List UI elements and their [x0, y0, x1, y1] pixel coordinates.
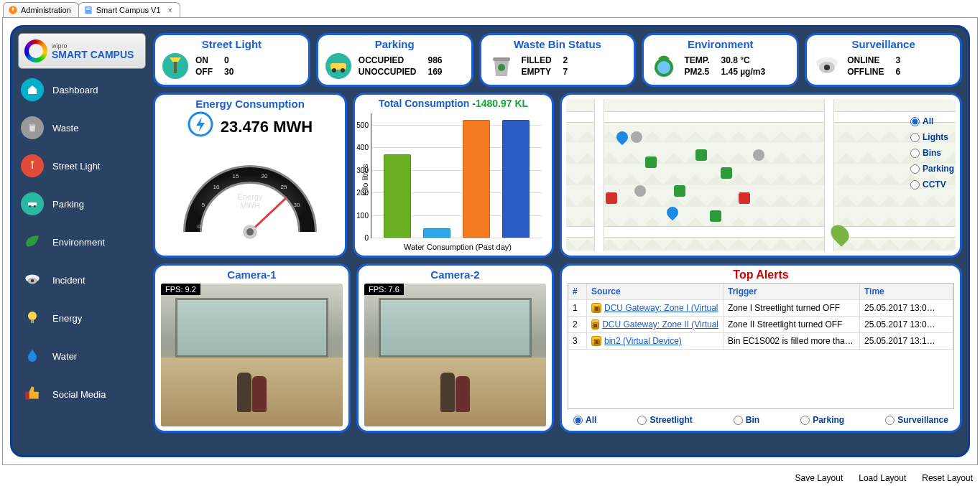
alert-filter-all[interactable]: All	[573, 415, 596, 425]
energy-bulb-icon	[188, 111, 213, 140]
map-filter-cctv[interactable]: CCTV	[910, 179, 954, 190]
sidebar-item-label: Water	[52, 351, 77, 362]
alert-source-link[interactable]: DCU Gateway: Zone I (Virtual	[604, 303, 718, 313]
table-row[interactable]: 3▣bin2 (Virtual Device)Bin EC1S002 is fi…	[568, 333, 953, 350]
brand-card: wipro SMART CAMPUS	[18, 33, 146, 69]
sidebar-item-parking[interactable]: Parking	[18, 187, 146, 221]
reset-layout-link[interactable]: Reset Layout	[922, 473, 973, 483]
svg-point-41	[246, 228, 254, 235]
tab-administration[interactable]: Administration	[3, 2, 79, 17]
table-row[interactable]: 2▣DCU Gateway: Zone II (VirtualZone II S…	[568, 317, 953, 333]
sidebar-item-dashboard[interactable]: Dashboard	[18, 73, 146, 107]
bin-icon	[21, 116, 44, 139]
main: Street Light ON0 OFF30 Parking OCCUPIED9…	[153, 33, 962, 449]
sidebar-item-water[interactable]: Water	[18, 339, 146, 373]
energy-gauge: 0510 152025 30 Energy MWH	[161, 140, 339, 251]
camera-fps: FPS: 9.2	[161, 284, 200, 295]
sidebar-item-incident[interactable]: Incident	[18, 263, 146, 297]
map-canvas[interactable]	[566, 99, 956, 251]
alert-filter-parking[interactable]: Parking	[800, 415, 844, 425]
thumbs-icon	[21, 383, 44, 406]
kpi-title: Environment	[650, 38, 791, 50]
sidebar-item-label: Street Light	[52, 161, 101, 172]
home-icon	[21, 78, 44, 101]
tab-smart-campus[interactable]: Smart Campus V1 ×	[78, 2, 180, 17]
svg-point-23	[498, 64, 505, 71]
camera-2-feed[interactable]: FPS: 7.6	[364, 284, 546, 426]
alerts-table: # Source Trigger Time 1▣DCU Gateway: Zon…	[568, 283, 954, 409]
water-title: Total Consumption -1480.97 KL	[361, 98, 546, 109]
map-card[interactable]: All Lights Bins Parking CCTV	[560, 93, 962, 258]
alert-source-link[interactable]: bin2 (Virtual Device)	[604, 336, 682, 346]
sidebar-item-street-light[interactable]: Street Light	[18, 149, 146, 183]
sidebar: wipro SMART CAMPUS Dashboard Waste Stree…	[18, 33, 146, 449]
gateway-icon: ▣	[591, 303, 601, 313]
row-middle: Energy Consumption 23.476 MWH 0510 15202…	[153, 93, 962, 258]
svg-text:Energy: Energy	[238, 192, 263, 201]
wipro-logo-icon	[24, 39, 47, 62]
water-chart: Kilo litres 0100200300400500 Water Consu…	[361, 109, 546, 251]
kpi-waste-bin: Waste Bin Status FILLED2 EMPTY7	[479, 33, 637, 87]
dashboard: wipro SMART CAMPUS Dashboard Waste Stree…	[10, 25, 970, 457]
chart-xlabel: Water Consumption (Past day)	[369, 243, 546, 251]
svg-rect-22	[493, 57, 510, 61]
tab-strip: Administration Smart Campus V1 ×	[0, 0, 980, 17]
save-layout-link[interactable]: Save Layout	[795, 473, 843, 483]
alert-filters: All Streetlight Bin Parking Surveillance	[568, 413, 954, 426]
svg-text:30: 30	[294, 202, 300, 208]
bar-Day-4	[502, 120, 530, 238]
table-header: # Source Trigger Time	[568, 284, 953, 300]
svg-point-21	[341, 68, 345, 73]
cctv-icon	[21, 268, 44, 291]
load-layout-link[interactable]: Load Layout	[859, 473, 906, 483]
dome-camera-icon	[813, 52, 841, 80]
sidebar-item-waste[interactable]: Waste	[18, 111, 146, 145]
flame-icon	[8, 5, 18, 15]
svg-text:15: 15	[233, 173, 239, 179]
map-filter-lights[interactable]: Lights	[910, 132, 954, 142]
svg-text:0: 0	[198, 223, 201, 230]
brand-title: SMART CAMPUS	[52, 50, 134, 60]
map-filter-parking[interactable]: Parking	[910, 164, 954, 174]
sidebar-item-label: Parking	[52, 199, 84, 210]
gateway-icon: ▣	[591, 319, 599, 330]
kpi-title: Waste Bin Status	[487, 38, 629, 50]
svg-text:10: 10	[213, 184, 220, 190]
camera-1-feed[interactable]: FPS: 9.2	[161, 284, 343, 426]
close-icon[interactable]: ×	[168, 6, 172, 14]
alert-filter-streetlight[interactable]: Streetlight	[637, 415, 692, 425]
sidebar-item-energy[interactable]: Energy	[18, 301, 146, 335]
kpi-environment: Environment TEMP.30.8 °C PM2.51.45 µg/m3	[642, 33, 799, 87]
svg-rect-7	[28, 202, 37, 206]
kpi-title: Parking	[324, 38, 466, 50]
bulb-icon	[21, 307, 44, 330]
water-card: Total Consumption -1480.97 KL Kilo litre…	[353, 93, 554, 258]
svg-point-12	[31, 279, 34, 282]
kpi-street-light: Street Light ON0 OFF30	[153, 33, 310, 87]
svg-point-13	[28, 312, 37, 320]
table-row[interactable]: 1▣DCU Gateway: Zone I (VirtualZone I Str…	[568, 300, 953, 317]
row-bottom: Camera-1 FPS: 9.2 Camera-2 FPS: 7.6 Top …	[153, 263, 962, 433]
sidebar-item-label: Social Media	[52, 389, 106, 400]
parking-kpi-icon	[324, 52, 353, 80]
alert-filter-surveillance[interactable]: Surveillance	[885, 415, 948, 425]
leaf-icon	[21, 230, 44, 253]
svg-rect-3	[86, 9, 91, 10]
alert-source-link[interactable]: DCU Gateway: Zone II (Virtual	[602, 319, 718, 330]
sidebar-item-social-media[interactable]: Social Media	[18, 377, 146, 411]
alert-filter-bin[interactable]: Bin	[734, 415, 759, 425]
camera-fps: FPS: 7.6	[364, 284, 404, 295]
map-filter-all[interactable]: All	[910, 116, 954, 126]
waste-bin-icon	[487, 52, 516, 80]
sidebar-item-label: Incident	[52, 275, 85, 286]
camera-title: Camera-1	[161, 268, 343, 281]
sidebar-item-environment[interactable]: Environment	[18, 225, 146, 259]
energy-value: 23.476 MWH	[221, 118, 313, 136]
kpi-title: Surveillance	[813, 38, 954, 50]
map-filter-bins[interactable]: Bins	[910, 148, 954, 158]
bar-Day-2	[423, 228, 450, 238]
map-filter: All Lights Bins Parking CCTV	[910, 116, 954, 190]
gateway-icon: ▣	[591, 336, 601, 346]
tab-label: Administration	[21, 6, 71, 14]
kpi-parking: Parking OCCUPIED986 UNOCCUPIED169	[316, 33, 473, 87]
